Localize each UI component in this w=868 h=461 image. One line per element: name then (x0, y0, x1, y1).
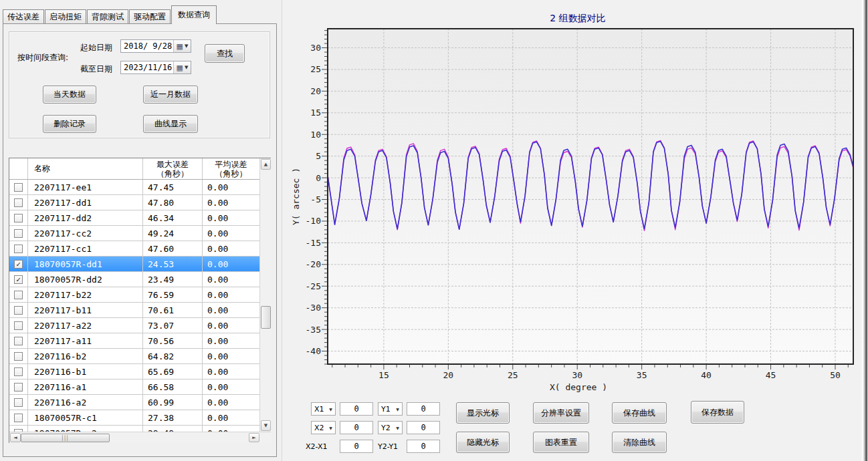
chevron-down-icon: ▼ (326, 426, 335, 430)
start-date-field[interactable]: 2018/ 9/28 ▦ ▼ (120, 39, 191, 53)
show-cursor-button[interactable]: 显示光标 (456, 402, 510, 424)
row-checkbox[interactable] (14, 245, 23, 253)
row-checkbox[interactable] (14, 367, 23, 376)
delta-y-field[interactable]: 0 (407, 440, 440, 453)
row-checkbox[interactable] (14, 352, 23, 361)
save-data-button[interactable]: 保存数据 (691, 401, 744, 424)
row-checkbox[interactable] (14, 214, 23, 222)
y1-value-field[interactable]: 0 (407, 402, 440, 416)
start-date-picker-button[interactable]: ▦ ▼ (173, 40, 191, 52)
vertical-scroll-thumb[interactable] (261, 306, 271, 329)
row-avg-error: 0.00 (203, 318, 259, 333)
table-row[interactable]: 2207116-b264.820.00 (9, 349, 259, 364)
curve-display-button[interactable]: 曲线显示 (143, 115, 198, 133)
y-axis-title: Y( arcsec ) (291, 168, 301, 225)
row-name: 2207116-a1 (28, 379, 143, 394)
hide-cursor-button[interactable]: 隐藏光标 (456, 432, 510, 453)
row-checkbox[interactable]: ✓ (14, 260, 23, 269)
svg-text:25: 25 (310, 64, 321, 74)
scroll-right-button[interactable]: ► (249, 433, 259, 442)
table-row[interactable]: 2207116-a166.580.00 (9, 379, 259, 395)
table-row[interactable]: 2207117-dd147.800.00 (9, 195, 259, 210)
row-checkbox-cell (9, 395, 28, 410)
svg-text:20: 20 (443, 370, 454, 380)
save-curve-button[interactable]: 保存曲线 (612, 402, 667, 424)
table-row[interactable]: 2207117-dd246.340.00 (9, 210, 259, 226)
header-avg-error: 平均误差 （角秒） (203, 158, 259, 179)
delete-record-button[interactable]: 删除记录 (43, 115, 96, 133)
row-avg-error: 0.00 (203, 410, 259, 425)
delta-x-field[interactable]: 0 (340, 440, 373, 453)
x2-value-field[interactable]: 0 (340, 421, 373, 434)
table-row[interactable]: 2207117-a2273.070.00 (9, 318, 259, 333)
row-checkbox[interactable] (14, 414, 23, 422)
table-row[interactable]: 2207117-cc147.600.00 (9, 241, 259, 257)
scroll-up-icon: ▲ (264, 162, 267, 167)
row-checkbox[interactable] (14, 306, 23, 315)
scroll-up-button[interactable]: ▲ (261, 159, 271, 170)
row-checkbox[interactable] (14, 291, 23, 299)
table-row[interactable]: 2207117-b1170.610.00 (9, 303, 259, 318)
row-checkbox[interactable]: ✓ (14, 275, 23, 284)
clear-curve-button[interactable]: 清除曲线 (612, 432, 667, 453)
resolution-settings-button[interactable]: 分辨率设置 (533, 402, 589, 424)
tab-transmission-error[interactable]: 传达误差 (3, 9, 44, 23)
x1-dropdown[interactable]: X1 ▼ (311, 402, 336, 416)
row-checkbox-cell (9, 180, 28, 194)
row-name: 18070057R-dd2 (28, 272, 143, 287)
row-checkbox[interactable] (14, 198, 23, 207)
delta-y-label: Y2-Y1 (378, 442, 398, 451)
row-checkbox-cell: ✓ (9, 257, 28, 271)
tab-backlash-test[interactable]: 背隙测试 (87, 9, 128, 23)
table-row[interactable]: 2207116-b165.690.00 (9, 364, 259, 379)
row-max-error: 66.58 (143, 379, 203, 394)
header-checkbox-column (9, 158, 28, 179)
end-date-value: 2023/11/16 (121, 63, 173, 72)
table-header: 名称 最大误差 （角秒） 平均误差 （角秒） (9, 158, 259, 180)
row-max-error: 47.45 (143, 180, 203, 194)
row-max-error: 73.07 (143, 318, 203, 333)
header-name: 名称 (28, 158, 143, 179)
table-row[interactable]: 2207116-a260.990.00 (9, 395, 259, 410)
row-name: 18070057R-c1 (28, 410, 143, 425)
y2-value-field[interactable]: 0 (407, 421, 440, 434)
row-checkbox[interactable] (14, 229, 23, 238)
tab-start-torque[interactable]: 启动扭矩 (45, 9, 86, 23)
row-checkbox[interactable] (14, 337, 23, 345)
tab-drive-config[interactable]: 驱动配置 (129, 9, 171, 23)
row-checkbox[interactable] (14, 183, 23, 192)
row-checkbox[interactable] (14, 321, 23, 330)
table-row[interactable]: 2207117-ee147.450.00 (9, 180, 259, 195)
end-date-picker-button[interactable]: ▦ ▼ (173, 61, 191, 73)
y2-dropdown[interactable]: Y2 ▼ (378, 421, 403, 434)
table-horizontal-scrollbar[interactable]: ◄ ||| ► (9, 432, 271, 443)
row-checkbox[interactable] (14, 383, 23, 392)
search-button[interactable]: 查找 (205, 44, 245, 63)
table-row[interactable]: ✓18070057R-dd124.530.00 (9, 257, 259, 272)
svg-text:35: 35 (637, 370, 647, 380)
scroll-left-button[interactable]: ◄ (10, 433, 21, 442)
table-row[interactable]: 2207117-a1170.560.00 (9, 333, 259, 349)
chart-reset-button[interactable]: 图表重置 (533, 432, 589, 453)
row-name: 2207116-b1 (28, 364, 143, 379)
row-checkbox[interactable] (14, 398, 23, 407)
month-data-button[interactable]: 近一月数据 (143, 86, 198, 104)
table-row[interactable]: ✓18070057R-dd223.490.00 (9, 272, 259, 287)
today-data-button[interactable]: 当天数据 (43, 86, 96, 104)
tab-data-query[interactable]: 数据查询 (171, 5, 217, 24)
chart-canvas[interactable]: 1520253035404550302520151050-5-10-15-20-… (288, 23, 868, 394)
table-row[interactable]: 18070057R-c127.380.00 (9, 410, 259, 426)
x1-value-field[interactable]: 0 (340, 402, 373, 416)
table-vertical-scrollbar[interactable]: ▲ ▼ (259, 158, 271, 432)
row-max-error: 64.82 (143, 349, 203, 363)
x2-dropdown[interactable]: X2 ▼ (311, 421, 336, 434)
table-row[interactable]: 18070057R-c228.480.00 (9, 426, 259, 432)
end-date-field[interactable]: 2023/11/16 ▦ ▼ (120, 61, 191, 74)
table-row[interactable]: 2207117-b2276.590.00 (9, 287, 259, 303)
scroll-down-button[interactable]: ▼ (261, 420, 271, 431)
row-name: 2207117-dd1 (28, 195, 143, 210)
horizontal-scroll-thumb[interactable]: ||| (21, 434, 110, 442)
row-checkbox-cell (9, 410, 28, 425)
y1-dropdown[interactable]: Y1 ▼ (378, 402, 403, 416)
table-row[interactable]: 2207117-cc249.240.00 (9, 226, 259, 241)
